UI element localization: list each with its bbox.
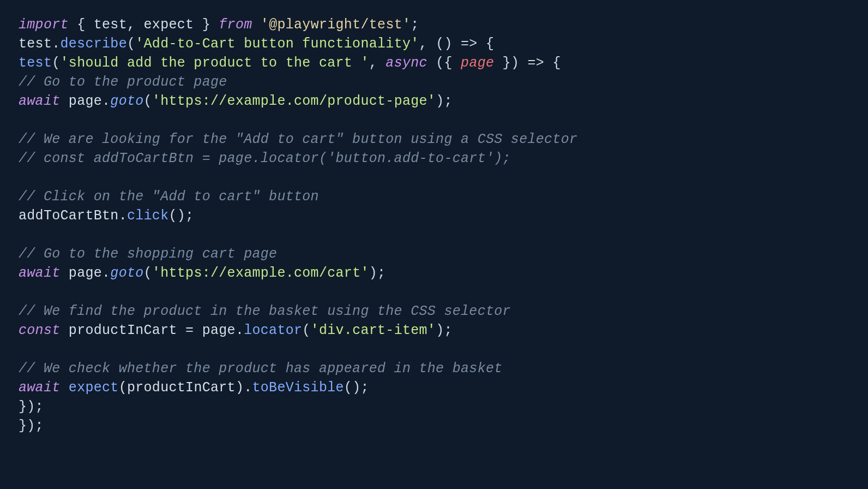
code-line [19,342,27,357]
code-line: await expect(productInCart).toBeVisible(… [19,380,369,396]
code-editor-frame: import { test, expect } from '@playwrigh… [0,0,868,489]
code-line: // const addToCartBtn = page.locator('bu… [19,151,511,166]
code-line: // We check whether the product has appe… [19,361,503,377]
code-line: test('should add the product to the cart… [19,55,561,71]
code-line: // We find the product in the basket usi… [19,303,511,319]
code-line: }); [19,399,44,415]
code-line: // Click on the "Add to cart" button [19,189,319,205]
code-line [19,170,27,186]
code-line: await page.goto('https://example.com/car… [19,265,385,281]
code-line: }); [19,418,44,434]
code-line: await page.goto('https://example.com/pro… [19,93,453,109]
code-line: // Go to the product page [19,74,227,90]
code-line [19,227,27,243]
code-line: addToCartBtn.click(); [19,208,194,224]
code-block: import { test, expect } from '@playwrigh… [19,15,849,436]
code-line: test.describe('Add-to-Cart button functi… [19,36,494,52]
code-line: import { test, expect } from '@playwrigh… [19,17,419,33]
code-line: // We are looking for the "Add to cart" … [19,132,577,147]
code-line [19,112,27,128]
code-line [19,284,27,300]
code-line: const productInCart = page.locator('div.… [19,323,453,338]
code-line: // Go to the shopping cart page [19,246,277,262]
